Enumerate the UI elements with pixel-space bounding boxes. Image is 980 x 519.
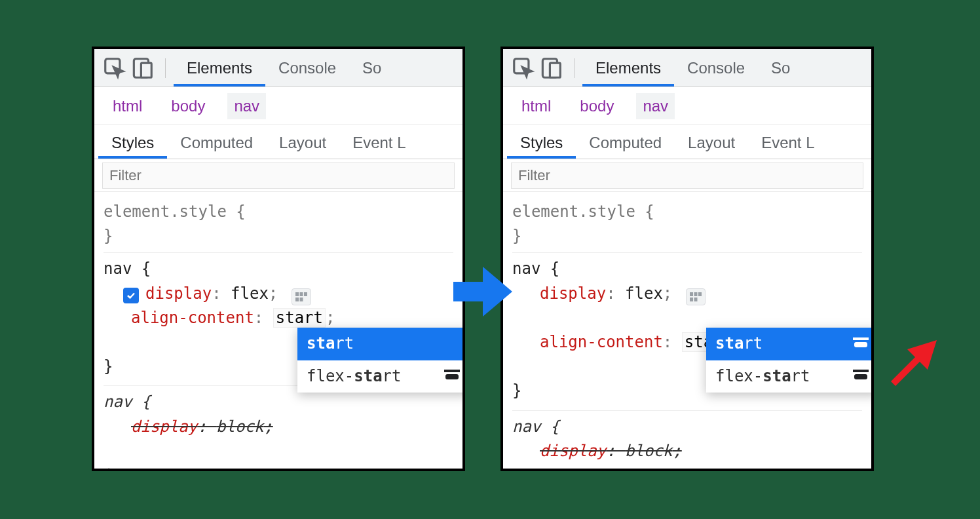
autocomplete-dropdown: start flex-start — [297, 328, 465, 392]
svg-rect-13 — [690, 292, 693, 296]
property-checkbox[interactable] — [123, 288, 139, 303]
inspect-icon[interactable] — [102, 56, 127, 81]
svg-rect-17 — [694, 298, 697, 301]
tab-console[interactable]: Console — [265, 50, 349, 86]
align-start-icon — [444, 370, 460, 383]
svg-rect-3 — [295, 292, 299, 296]
crumb-html[interactable]: html — [106, 93, 149, 119]
element-style-selector: element.style { — [512, 202, 654, 221]
display-value[interactable]: flex — [625, 284, 663, 303]
filter-input[interactable] — [511, 163, 863, 189]
toolbar-divider — [574, 58, 575, 78]
close-brace: } — [104, 227, 113, 245]
align-content-property[interactable]: align-content — [131, 309, 254, 327]
rule-nav[interactable]: nav { display: flex; align-content: star… — [104, 253, 453, 386]
rule-nav-override[interactable]: nav { display: block; } — [512, 411, 862, 472]
svg-rect-12 — [550, 63, 560, 77]
element-style-selector: element.style { — [104, 202, 246, 221]
crumb-nav[interactable]: nav — [227, 93, 266, 119]
close-brace-nav: } — [512, 381, 521, 400]
close-brace-nav: } — [104, 357, 113, 375]
subtab-styles[interactable]: Styles — [98, 127, 167, 159]
subtab-computed[interactable]: Computed — [167, 127, 266, 159]
device-toggle-icon[interactable] — [130, 56, 155, 81]
svg-rect-16 — [690, 298, 693, 301]
breadcrumb: html body nav — [94, 87, 462, 125]
svg-rect-8 — [444, 370, 460, 372]
crumb-html[interactable]: html — [515, 93, 557, 119]
devtools-toolbar: Elements Console So — [94, 49, 462, 87]
subtab-styles[interactable]: Styles — [507, 127, 576, 159]
subtab-computed[interactable]: Computed — [576, 127, 675, 159]
dropdown-item-start[interactable]: start — [297, 328, 465, 360]
dropdown-item-flex-start[interactable]: flex-start — [706, 360, 874, 393]
dropdown-item-flex-start[interactable]: flex-start — [297, 360, 465, 393]
svg-rect-14 — [694, 292, 697, 296]
crumb-nav[interactable]: nav — [636, 93, 675, 119]
rule-element-style[interactable]: element.style { } — [104, 196, 453, 253]
subtab-event-listeners[interactable]: Event L — [339, 127, 419, 159]
svg-rect-2 — [141, 63, 151, 77]
filter-input[interactable] — [102, 163, 455, 189]
override-display-property: display — [131, 417, 197, 436]
inspect-icon[interactable] — [511, 56, 536, 81]
device-toggle-icon[interactable] — [538, 56, 563, 81]
tab-sources-partial[interactable]: So — [758, 50, 803, 86]
dropdown-item-start[interactable]: start — [706, 328, 874, 360]
svg-rect-7 — [299, 298, 303, 301]
breadcrumb: html body nav — [503, 87, 871, 125]
styles-subtabs: Styles Computed Layout Event L — [503, 125, 871, 159]
styles-rules: element.style { } nav { display: flex; a… — [94, 192, 462, 471]
tab-elements[interactable]: Elements — [174, 50, 265, 86]
close-brace: } — [512, 227, 521, 245]
close-brace-override: } — [104, 466, 113, 471]
align-content-value[interactable]: start — [273, 308, 326, 328]
override-display-property: display — [540, 442, 606, 460]
display-value[interactable]: flex — [231, 284, 269, 303]
nav-selector: nav { — [104, 260, 151, 278]
autocomplete-dropdown: start flex-start — [706, 328, 874, 392]
svg-rect-5 — [304, 292, 307, 296]
flex-editor-icon[interactable] — [686, 288, 706, 305]
subtab-layout[interactable]: Layout — [266, 127, 339, 159]
arrow-right-icon — [450, 259, 516, 324]
align-content-property[interactable]: align-content — [540, 333, 663, 351]
svg-rect-18 — [853, 337, 869, 340]
crumb-body[interactable]: body — [164, 93, 212, 119]
rule-element-style[interactable]: element.style { } — [512, 196, 862, 253]
flex-editor-icon[interactable] — [292, 288, 311, 305]
tab-elements[interactable]: Elements — [582, 50, 674, 86]
tab-sources-partial[interactable]: So — [349, 50, 394, 86]
display-property[interactable]: display — [540, 284, 606, 303]
subtab-event-listeners[interactable]: Event L — [748, 127, 827, 159]
override-display-value: block — [216, 417, 263, 436]
svg-rect-20 — [853, 370, 869, 372]
tab-console[interactable]: Console — [674, 50, 758, 86]
rule-nav[interactable]: nav { display: flex; align-content: star… — [512, 253, 862, 410]
styles-rules: element.style { } nav { display: flex; a… — [503, 192, 871, 471]
align-start-icon — [853, 337, 869, 351]
devtools-panel-right: Elements Console So html body nav Styles… — [500, 47, 874, 471]
svg-rect-6 — [295, 298, 299, 301]
toolbar-divider — [165, 58, 166, 78]
devtools-panel-left: Elements Console So html body nav Styles… — [92, 47, 465, 471]
svg-rect-15 — [698, 292, 702, 296]
filter-row — [94, 159, 462, 192]
svg-rect-19 — [854, 342, 867, 347]
styles-subtabs: Styles Computed Layout Event L — [94, 125, 462, 159]
svg-rect-9 — [445, 374, 459, 379]
align-start-icon — [853, 370, 869, 383]
nav-override-selector: nav { — [512, 417, 559, 436]
arrow-callout-icon — [881, 332, 940, 391]
nav-override-selector: nav { — [104, 393, 151, 411]
rule-nav-override[interactable]: nav { display: block; } — [104, 386, 453, 471]
svg-rect-4 — [299, 292, 303, 296]
devtools-toolbar: Elements Console So — [503, 49, 871, 87]
filter-row — [503, 159, 871, 192]
nav-selector: nav { — [512, 260, 559, 278]
display-property[interactable]: display — [145, 284, 212, 303]
override-display-value: block — [625, 442, 672, 460]
subtab-layout[interactable]: Layout — [675, 127, 748, 159]
crumb-body[interactable]: body — [573, 93, 620, 119]
svg-rect-21 — [854, 374, 867, 379]
